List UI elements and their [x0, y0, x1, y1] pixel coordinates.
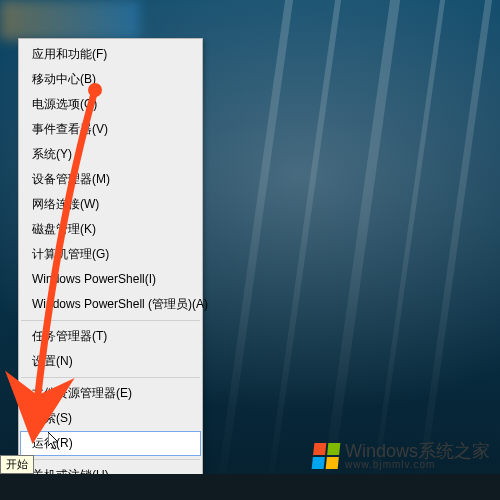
- light-ray: [415, 0, 492, 500]
- menu-settings[interactable]: 设置(N): [20, 349, 201, 374]
- blurred-desktop-icons: [0, 0, 140, 40]
- menu-separator: [21, 459, 200, 460]
- menu-mobility-center[interactable]: 移动中心(B): [20, 67, 201, 92]
- light-ray: [320, 0, 400, 500]
- menu-event-viewer[interactable]: 事件查看器(V): [20, 117, 201, 142]
- menu-powershell[interactable]: Windows PowerShell(I): [20, 267, 201, 292]
- winx-context-menu[interactable]: 应用和功能(F) 移动中心(B) 电源选项(O) 事件查看器(V) 系统(Y) …: [18, 38, 203, 500]
- brand-url: www.bjmmlv.com: [345, 460, 490, 470]
- menu-separator: [21, 320, 200, 321]
- menu-power-options[interactable]: 电源选项(O): [20, 92, 201, 117]
- menu-file-explorer[interactable]: 文件资源管理器(E): [20, 381, 201, 406]
- menu-computer-management[interactable]: 计算机管理(G): [20, 242, 201, 267]
- menu-search[interactable]: 搜索(S): [20, 406, 201, 431]
- menu-powershell-admin[interactable]: Windows PowerShell (管理员)(A): [20, 292, 201, 317]
- menu-network-connections[interactable]: 网络连接(W): [20, 192, 201, 217]
- brand-title: Windows系统之家: [345, 442, 490, 460]
- desktop-background: 应用和功能(F) 移动中心(B) 电源选项(O) 事件查看器(V) 系统(Y) …: [0, 0, 500, 500]
- menu-device-manager[interactable]: 设备管理器(M): [20, 167, 201, 192]
- taskbar[interactable]: [0, 474, 500, 500]
- menu-separator: [21, 377, 200, 378]
- menu-apps-and-features[interactable]: 应用和功能(F): [20, 42, 201, 67]
- menu-run[interactable]: 运行(R): [20, 431, 201, 456]
- menu-system[interactable]: 系统(Y): [20, 142, 201, 167]
- menu-task-manager[interactable]: 任务管理器(T): [20, 324, 201, 349]
- watermark-brand: Windows系统之家 www.bjmmlv.com: [313, 442, 490, 470]
- start-tooltip: 开始: [0, 455, 34, 474]
- windows-logo-icon: [312, 443, 341, 469]
- menu-disk-management[interactable]: 磁盘管理(K): [20, 217, 201, 242]
